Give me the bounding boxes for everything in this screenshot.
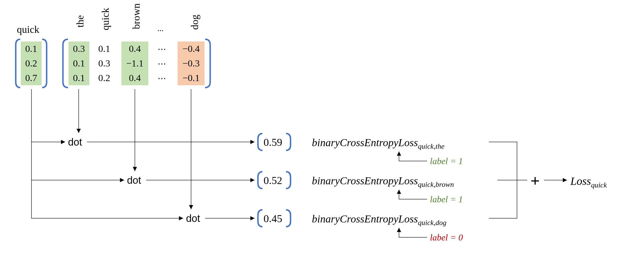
dot-op: dot (68, 136, 82, 148)
left-vec-cell: 0.1 (21, 42, 42, 56)
matrix-cell: 0.4 (121, 42, 148, 56)
dot-result: 0.45 (264, 212, 282, 225)
matrix-cell: 0.3 (94, 56, 115, 71)
dot-result: 0.59 (264, 136, 282, 148)
matrix-cell: 0.4 (121, 71, 148, 85)
dot-op: dot (186, 213, 200, 224)
matrix-col-label: quick (99, 8, 111, 30)
matrix-cell-dots: ⋯ (153, 42, 170, 56)
matrix-cell: −0.3 (178, 56, 205, 71)
matrix-cell-dots: ⋯ (153, 71, 170, 85)
left-vec-cell: 0.7 (21, 71, 42, 85)
matrix-col-label: brown (130, 3, 142, 29)
loss-fn-name: binaryCrossEntropyLoss (312, 213, 418, 225)
matrix-col-label: the (74, 15, 86, 27)
matrix-col-label: dog (189, 15, 201, 30)
matrix-cell: 0.2 (94, 71, 115, 85)
matrix-cell: −0.1 (178, 71, 205, 85)
left-vector-label: quick (17, 24, 39, 35)
final-loss: Lossquick (570, 174, 607, 189)
diagram-lines (0, 0, 644, 271)
matrix-cell: 0.1 (94, 42, 115, 56)
loss-fn-name: binaryCrossEntropyLoss (312, 175, 418, 187)
loss-term: binaryCrossEntropyLossquick,brown (312, 174, 454, 189)
loss-term: binaryCrossEntropyLossquick,dog (312, 213, 446, 227)
matrix-cell: −0.4 (178, 42, 205, 56)
matrix-col-label: ... (157, 24, 164, 33)
loss-fn-name: binaryCrossEntropyLoss (312, 137, 418, 148)
loss-fn-sub: quick,the (418, 142, 445, 150)
plus-symbol: + (530, 171, 540, 190)
matrix-cell: −1.1 (121, 56, 148, 71)
left-vec-cell: 0.2 (21, 56, 42, 71)
matrix-cell: 0.3 (69, 42, 89, 56)
final-loss-name: Loss (570, 175, 591, 187)
matrix-cell-dots: ⋯ (153, 56, 170, 71)
label-annotation: label = 0 (430, 232, 463, 243)
dot-op: dot (127, 174, 141, 186)
label-annotation: label = 1 (430, 194, 463, 205)
loss-fn-sub: quick,dog (418, 219, 446, 227)
final-loss-sub: quick (591, 181, 607, 189)
dot-result: 0.52 (264, 174, 282, 187)
matrix-cell: 0.1 (69, 56, 89, 71)
label-annotation: label = 1 (430, 156, 463, 166)
loss-term: binaryCrossEntropyLossquick,the (312, 136, 445, 151)
matrix-cell: 0.1 (69, 71, 89, 85)
loss-fn-sub: quick,brown (418, 180, 454, 189)
